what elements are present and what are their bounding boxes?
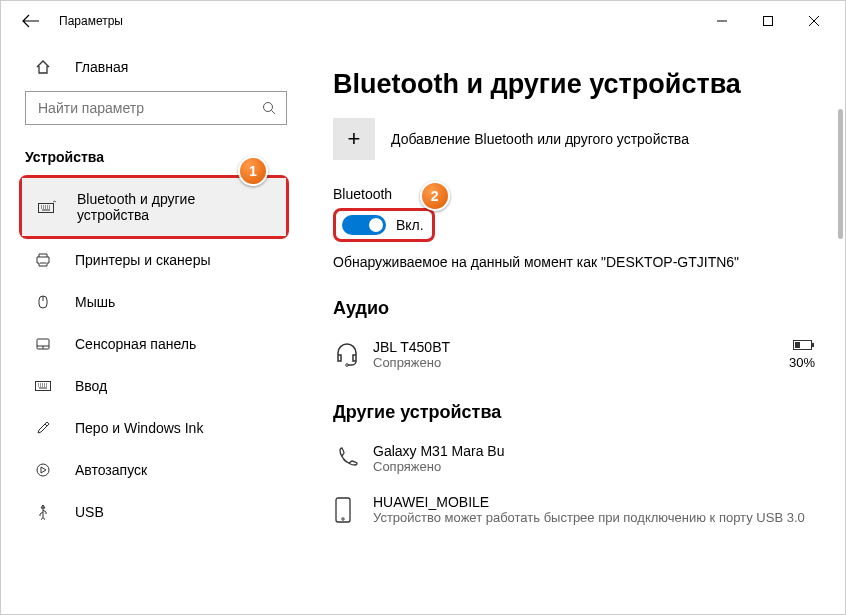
sidebar-item-label: Bluetooth и другие устройства [77,191,262,223]
sidebar-item-label: Сенсорная панель [75,336,196,352]
svg-point-6 [37,464,49,476]
titlebar: Параметры [1,1,845,41]
minimize-button[interactable] [699,5,745,37]
search-box[interactable] [25,91,287,125]
battery-status: 30% [789,339,815,370]
add-device-label: Добавление Bluetooth или другого устройс… [391,131,689,147]
autoplay-icon [35,462,57,478]
touchpad-icon [35,336,57,352]
sidebar-item-pen[interactable]: Перо и Windows Ink [1,407,311,449]
sidebar-item-label: Принтеры и сканеры [75,252,210,268]
minimize-icon [717,16,727,26]
back-button[interactable] [15,5,47,37]
device-name: JBL T450BT [373,339,789,355]
sidebar-item-label: Мышь [75,294,115,310]
svg-point-1 [264,103,273,112]
keyboard-icon [35,380,57,392]
mouse-icon [35,294,57,310]
sidebar-item-mouse[interactable]: Мышь [1,281,311,323]
keyboard-icon [38,200,59,214]
svg-rect-10 [795,342,800,348]
sidebar-item-usb[interactable]: USB [1,491,311,533]
sidebar-home-label: Главная [75,59,128,75]
svg-rect-9 [812,343,814,347]
window-controls [699,5,837,37]
sidebar-home[interactable]: Главная [1,51,311,83]
annotation-highlight-1: 1 Bluetooth и другие устройства [19,175,289,239]
svg-rect-0 [764,17,773,26]
toggle-state-label: Вкл. [396,217,424,233]
main-content: Bluetooth и другие устройства + Добавлен… [311,41,845,614]
audio-heading: Аудио [333,298,815,319]
device-status: Сопряжено [373,459,815,474]
add-device-button[interactable]: + Добавление Bluetooth или другого устро… [333,118,815,160]
phone-device-icon [333,496,373,524]
battery-icon [793,339,815,351]
usb-icon [35,504,57,520]
device-status: Устройство может работать быстрее при по… [373,510,815,525]
close-icon [809,16,819,26]
sidebar-item-printers[interactable]: Принтеры и сканеры [1,239,311,281]
close-button[interactable] [791,5,837,37]
annotation-marker-1: 1 [238,156,268,186]
svg-point-7 [346,363,349,366]
sidebar-item-label: Ввод [75,378,107,394]
plus-icon: + [333,118,375,160]
scrollbar[interactable] [838,109,843,239]
sidebar-item-typing[interactable]: Ввод [1,365,311,407]
phone-icon [333,446,373,472]
maximize-button[interactable] [745,5,791,37]
sidebar-item-label: USB [75,504,104,520]
audio-device-row[interactable]: JBL T450BT Сопряжено 30% [333,329,815,380]
arrow-left-icon [22,14,40,28]
window-title: Параметры [59,14,123,28]
device-status: Сопряжено [373,355,789,370]
sidebar: Главная Устройства 1 Bluetooth и другие … [1,41,311,614]
maximize-icon [763,16,773,26]
sidebar-item-autoplay[interactable]: Автозапуск [1,449,311,491]
search-icon [262,101,276,115]
device-name: Galaxy M31 Mara Bu [373,443,815,459]
svg-rect-11 [336,498,350,522]
discoverable-text: Обнаруживаемое на данный момент как "DES… [333,254,815,270]
annotation-highlight-2: 2 Вкл. [333,208,435,242]
other-device-row[interactable]: HUAWEI_MOBILE Устройство может работать … [333,484,815,535]
sidebar-item-touchpad[interactable]: Сенсорная панель [1,323,311,365]
annotation-marker-2: 2 [420,181,450,211]
page-title: Bluetooth и другие устройства [333,69,815,100]
bluetooth-toggle[interactable] [342,215,386,235]
battery-percent: 30% [789,355,815,370]
sidebar-item-bluetooth[interactable]: Bluetooth и другие устройства [22,178,286,236]
other-device-row[interactable]: Galaxy M31 Mara Bu Сопряжено [333,433,815,484]
pen-icon [35,420,57,436]
printer-icon [35,252,57,268]
svg-point-12 [342,517,344,519]
search-input[interactable] [36,99,262,117]
device-name: HUAWEI_MOBILE [373,494,815,510]
sidebar-item-label: Автозапуск [75,462,147,478]
sidebar-item-label: Перо и Windows Ink [75,420,203,436]
other-heading: Другие устройства [333,402,815,423]
headset-icon [333,341,373,369]
home-icon [35,59,57,75]
bluetooth-label: Bluetooth [333,186,815,202]
